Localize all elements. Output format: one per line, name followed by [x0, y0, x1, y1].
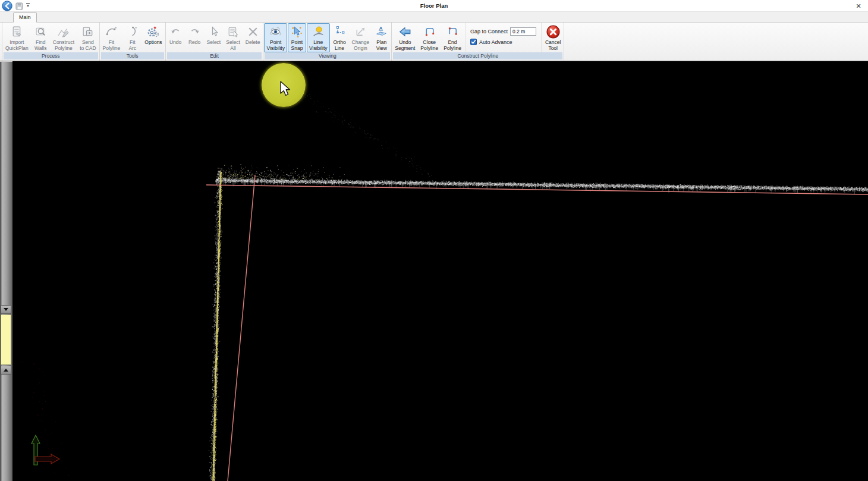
- ribbon-button-label: FitArc: [128, 39, 136, 51]
- ribbon-group-process: ImportQuickPlanFindWallsConstructPolylin…: [2, 23, 100, 61]
- ribbon-button-label: ClosePolyline: [420, 39, 438, 51]
- ribbon-button-construct-polyline[interactable]: ConstructPolyline: [51, 23, 77, 52]
- ribbon-button-label: PointSnap: [291, 39, 303, 51]
- ribbon-button-fit-polyline[interactable]: FitPolyline: [100, 23, 123, 52]
- ribbon-button-label: UndoSegment: [395, 39, 415, 51]
- ribbon-groups: ImportQuickPlanFindWallsConstructPolylin…: [0, 23, 868, 61]
- select-icon: [207, 24, 221, 39]
- ribbon-button-label: OrthoLine: [333, 39, 345, 51]
- group-label-edit: Edit: [167, 52, 262, 59]
- import-quickplan-icon: [10, 24, 24, 39]
- ribbon-button-select-all[interactable]: SelectAll: [224, 23, 243, 52]
- ribbon-button-label: Options: [144, 39, 162, 45]
- select-all-icon: [227, 24, 240, 39]
- find-walls-icon: [34, 24, 48, 39]
- ribbon-button-undo[interactable]: Undo: [166, 23, 185, 52]
- ribbon-button-label: Delete: [246, 39, 260, 45]
- point-visibility-icon: [269, 24, 282, 39]
- construct-polyline-fields: Gap to ConnectAuto Advance: [465, 23, 542, 52]
- ortho-line-icon: [333, 24, 347, 39]
- ribbon-button-label: ChangeOrigin: [352, 39, 370, 51]
- ribbon-button-label: Select: [207, 39, 221, 45]
- ribbon-button-label: FitPolyline: [103, 39, 121, 51]
- line-visibility-icon: [312, 24, 325, 39]
- ribbon-button-point-visibility[interactable]: PointVisibility: [264, 23, 287, 52]
- triangle-down-icon: [4, 308, 8, 311]
- group-label-process: Process: [4, 52, 98, 59]
- ribbon-group-edit: UndoRedoSelectSelectAllDeleteEdit: [166, 23, 264, 61]
- group-label-construct-polyline: Construct Polyline: [393, 52, 562, 59]
- send-to-cad-icon: [81, 24, 95, 39]
- ribbon-button-fit-arc[interactable]: FitArc: [123, 23, 141, 52]
- redo-icon: [188, 24, 202, 39]
- ribbon: ImportQuickPlanFindWallsConstructPolylin…: [0, 23, 868, 61]
- group-label-viewing: Viewing: [265, 52, 390, 59]
- ribbon-group-construct-polyline: UndoSegmentClosePolylineEndPolylineGap t…: [392, 23, 564, 61]
- fit-polyline-icon: [105, 24, 118, 39]
- triangle-up-icon: [4, 369, 8, 372]
- svg-text:A: A: [379, 26, 383, 31]
- auto-advance-checkbox[interactable]: [470, 39, 477, 45]
- ribbon-button-label: CancelTool: [545, 39, 561, 51]
- ribbon-button-ortho-line[interactable]: OrthoLine: [331, 23, 349, 52]
- x-axis-arrow: [35, 454, 59, 464]
- tab-main[interactable]: Main: [13, 12, 37, 23]
- fit-arc-icon: [125, 24, 139, 39]
- scroll-down-button[interactable]: [1, 305, 11, 314]
- scroll-up-button[interactable]: [1, 366, 11, 375]
- ribbon-button-send-to-cad[interactable]: Sendto CAD: [77, 23, 98, 52]
- ribbon-button-line-visibility[interactable]: LineVisibility: [307, 23, 330, 52]
- ribbon-button-label: Undo: [169, 39, 181, 45]
- ribbon-button-label: PlanView: [376, 39, 387, 51]
- floorplan-canvas[interactable]: [0, 0, 868, 481]
- close-button[interactable]: ✕: [854, 1, 863, 11]
- ribbon-button-select[interactable]: Select: [205, 23, 224, 52]
- construct-polyline-icon: [56, 24, 70, 39]
- ribbon-button-options[interactable]: Options: [142, 23, 164, 52]
- scrollbar-thumb[interactable]: [1, 315, 11, 365]
- ribbon-button-label: PointVisibility: [266, 39, 285, 51]
- ribbon-button-undo-segment[interactable]: UndoSegment: [392, 23, 417, 52]
- ribbon-button-label: ImportQuickPlan: [5, 39, 29, 51]
- ribbon-button-label: EndPolyline: [444, 39, 461, 51]
- point-snap-icon: [290, 24, 304, 39]
- delete-icon: [246, 24, 260, 39]
- ribbon-button-change-origin[interactable]: ChangeOrigin: [350, 23, 372, 52]
- ribbon-button-label: ConstructPolyline: [53, 39, 74, 51]
- end-polyline-icon: [446, 24, 460, 39]
- ribbon-button-redo[interactable]: Redo: [185, 23, 204, 52]
- ribbon-button-cancel-tool[interactable]: CancelTool: [543, 23, 563, 52]
- title-bar: ▾ Floor Plan ✕: [0, 0, 868, 12]
- ribbon-button-find-walls[interactable]: FindWalls: [32, 23, 50, 52]
- ribbon-button-import-quickplan[interactable]: ImportQuickPlan: [3, 23, 31, 52]
- plan-view-icon: A: [375, 24, 388, 39]
- gap-to-connect-input[interactable]: [510, 27, 536, 36]
- close-polyline-icon: [423, 24, 436, 39]
- ribbon-button-label: Sendto CAD: [80, 39, 96, 51]
- mouse-cursor: [280, 81, 295, 99]
- change-origin-icon: [354, 24, 367, 39]
- cancel-tool-icon: [546, 24, 561, 39]
- group-label-tools: Tools: [101, 52, 164, 59]
- ribbon-button-delete[interactable]: Delete: [243, 23, 263, 52]
- auto-advance-label: Auto Advance: [479, 39, 512, 45]
- undo-icon: [169, 24, 183, 39]
- ribbon-group-viewing: PointVisibilityPointSnapLineVisibilityOr…: [263, 23, 392, 61]
- gap-to-connect-label: Gap to Connect: [470, 29, 508, 34]
- ribbon-button-label: Redo: [188, 39, 200, 45]
- ribbon-button-label: SelectAll: [226, 39, 240, 51]
- ribbon-button-point-snap[interactable]: PointSnap: [288, 23, 306, 52]
- ribbon-button-end-polyline[interactable]: EndPolyline: [441, 23, 464, 52]
- options-icon: [146, 24, 160, 39]
- ribbon-button-close-polyline[interactable]: ClosePolyline: [418, 23, 441, 52]
- ribbon-button-plan-view[interactable]: APlanView: [372, 23, 391, 52]
- window-title: Floor Plan: [0, 0, 868, 12]
- ribbon-tab-row: Main: [0, 12, 868, 23]
- ribbon-group-tools: FitPolylineFitArcOptionsTools: [100, 23, 166, 61]
- ribbon-button-label: FindWalls: [34, 39, 46, 51]
- orientation-axes: [25, 432, 67, 474]
- ribbon-button-label: LineVisibility: [309, 39, 328, 51]
- elevation-scrollbar[interactable]: [0, 61, 12, 481]
- undo-segment-icon: [398, 24, 412, 39]
